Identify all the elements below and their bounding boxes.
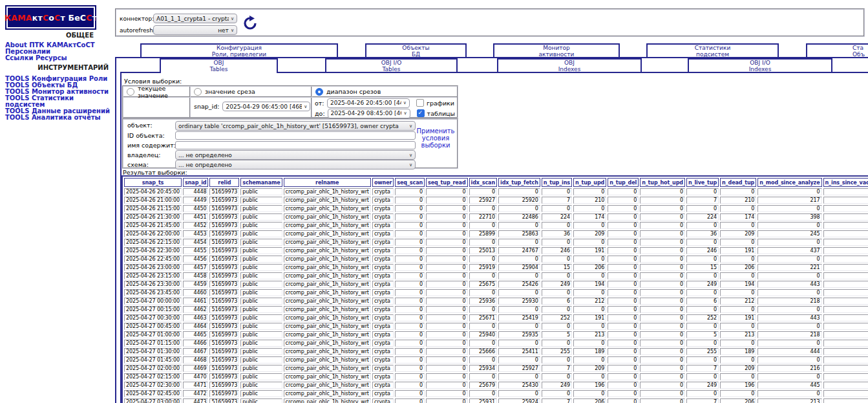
object-select[interactable]: ordinary table 'crcomp_pair_ohlc_1h_hist… xyxy=(175,121,416,131)
connector-label: коннектор: xyxy=(120,16,154,22)
autorefresh-label: autorefresh: xyxy=(120,27,155,34)
cell-n_tup_del: 0 xyxy=(608,373,639,380)
cell-n_ins_since_vacuum: 252 xyxy=(823,314,868,321)
cell-idx_tup_fetch: 22486 xyxy=(498,213,540,221)
cell-n_tup_hot_upd: 0 xyxy=(640,306,685,313)
tab-obj-io-tables[interactable]: OBJ I/O Tables xyxy=(325,58,458,73)
apply-conditions-link[interactable]: Применить условия выборки xyxy=(416,127,456,149)
tab-subsystem-statistics[interactable]: Статистики подсистем xyxy=(646,43,779,58)
radio-slice-range[interactable] xyxy=(315,88,323,96)
cell-snap_id: 4457 xyxy=(183,264,208,271)
cell-n_live_tup: 0 xyxy=(686,256,719,263)
cell-n_tup_upd: 213 xyxy=(573,331,606,338)
cell-n_tup_upd: 174 xyxy=(573,213,606,221)
cell-n_mod_since_analyze: 0 xyxy=(757,239,821,246)
cell-relname: crcomp_pair_ohlc_1h_history_wrt xyxy=(284,314,371,321)
cell-seq_tup_read: 0 xyxy=(426,230,467,237)
tab-objects-db[interactable]: Объекты БД xyxy=(365,43,467,58)
schema-select[interactable]: ... не определено ∨ xyxy=(175,160,416,169)
sidebar-item-tools-subsystem-stats[interactable]: TOOLS Статистики подсистем xyxy=(5,95,114,108)
name-contains-input[interactable] xyxy=(175,141,416,149)
cell-idx_scan: 25919 xyxy=(469,264,497,271)
table-row: 2025-04-26 21:45:00445251659973publiccrc… xyxy=(124,222,868,229)
object-id-input[interactable] xyxy=(175,131,416,140)
cell-snap_ts: 2025-04-26 22:30:00 xyxy=(124,247,182,254)
column-header-owner: owner xyxy=(372,178,394,187)
cell-idx_scan: 25936 xyxy=(469,298,497,305)
column-header-n_tup_del: n_tup_del xyxy=(608,178,639,187)
table-row: 2025-04-27 01:00:00446551659973publiccrc… xyxy=(124,331,868,338)
cell-n_tup_upd: 209 xyxy=(573,365,606,372)
column-header-n_ins_since_vacuum: n_ins_since_vacuum xyxy=(823,178,868,187)
cell-n_tup_del: 0 xyxy=(608,222,639,229)
snap-id-select[interactable]: 2025-04-29 06:45:00 [4680] ∨ xyxy=(222,102,310,111)
radio-slice-value-label: значение среза xyxy=(205,88,255,95)
cell-seq_scan: 0 xyxy=(395,188,425,195)
tab-obj-indexes[interactable]: OBJ Indexes xyxy=(497,58,642,73)
cell-snap_id: 4451 xyxy=(183,213,208,221)
tables-checkbox[interactable] xyxy=(417,109,425,117)
cell-relid: 51659973 xyxy=(209,197,239,204)
sidebar-item-links-resources[interactable]: Ссылки Ресурсы xyxy=(5,55,95,61)
object-filter-form: объект: ordinary table 'crcomp_pair_ohlc… xyxy=(122,118,458,169)
cell-seq_scan: 0 xyxy=(395,289,425,296)
cell-idx_scan: 0 xyxy=(469,373,497,380)
cell-owner: crypta xyxy=(372,314,394,321)
column-header-relname: relname xyxy=(284,178,371,187)
cell-snap_ts: 2025-04-26 21:30:00 xyxy=(124,213,182,221)
cell-n_tup_del: 0 xyxy=(608,348,639,355)
cell-n_dead_tup: 0 xyxy=(720,340,756,347)
cell-n_ins_since_vacuum: 36 xyxy=(823,230,868,237)
connector-select[interactable]: A01_1_1_crypta1 - crypta_1_1 ∨ xyxy=(153,14,237,23)
sidebar-item-tools-analytics-reports[interactable]: TOOLS Аналитика отчёты xyxy=(5,114,114,121)
range-from-select[interactable]: 2025-04-26 20:45:00 [4448] ∨ xyxy=(327,98,410,108)
owner-select[interactable]: ... не определено ∨ xyxy=(175,150,416,160)
schema-select-value: ... не определено xyxy=(178,162,407,168)
range-to-select[interactable]: 2025-04-29 08:45:00 [4688] ∨ xyxy=(328,109,410,118)
cell-snap_id: 4462 xyxy=(183,306,208,313)
schema-label: схема: xyxy=(127,161,149,168)
cell-schemaname: public xyxy=(240,272,282,279)
cell-idx_scan: 0 xyxy=(469,188,497,195)
cell-seq_scan: 0 xyxy=(395,230,425,237)
cell-owner: crypta xyxy=(372,382,394,389)
tab-configuration-roles[interactable]: Конфигурация Роли, привелегии xyxy=(140,43,338,58)
cell-n_tup_upd: 0 xyxy=(573,390,606,397)
cell-idx_scan: 0 xyxy=(469,356,497,364)
cell-relname: crcomp_pair_ohlc_1h_history_wrt xyxy=(284,256,371,263)
cell-relname: crcomp_pair_ohlc_1h_history_wrt xyxy=(284,281,371,288)
cell-idx_tup_fetch: 25935 xyxy=(498,331,540,338)
cell-owner: crypta xyxy=(372,188,394,195)
cell-n_ins_since_vacuum: 255 xyxy=(823,348,868,355)
column-header-seq_tup_read: seq_tup_read xyxy=(426,178,467,187)
cell-n_live_tup: 0 xyxy=(686,188,719,195)
cell-relid: 51659973 xyxy=(209,356,239,364)
cell-snap_id: 4453 xyxy=(183,230,208,237)
cell-snap_id: 4463 xyxy=(183,314,208,321)
refresh-icon[interactable] xyxy=(242,15,259,32)
graphs-checkbox[interactable] xyxy=(416,99,424,107)
cell-seq_scan: 0 xyxy=(395,398,425,403)
cell-snap_ts: 2025-04-27 01:30:00 xyxy=(124,348,182,355)
cell-seq_tup_read: 0 xyxy=(426,213,467,221)
tab-obj-io-indexes[interactable]: OBJ I/O Indexes xyxy=(688,58,832,73)
cell-seq_tup_read: 0 xyxy=(426,398,467,403)
radio-slice-value[interactable] xyxy=(194,88,202,96)
radio-current-value[interactable] xyxy=(127,88,134,96)
cell-seq_scan: 0 xyxy=(395,373,425,380)
cell-relid: 51659973 xyxy=(209,340,239,347)
cell-n_tup_upd: 0 xyxy=(573,222,606,229)
cell-n_ins_since_vacuum: 0 xyxy=(823,306,868,313)
cell-schemaname: public xyxy=(240,239,282,246)
autorefresh-select[interactable]: нет ∨ xyxy=(153,25,237,35)
tab-obj-tables[interactable]: OBJ Tables xyxy=(160,58,278,73)
tab-activity-monitor[interactable]: Монитор активности xyxy=(493,43,620,58)
tab-statistics-objects-cut[interactable]: Ста Объ xyxy=(806,43,868,58)
cell-idx_tup_fetch: 25924 xyxy=(498,398,540,403)
cell-snap_id: 4448 xyxy=(183,188,208,195)
cell-n_ins_since_vacuum: 0 xyxy=(823,340,868,347)
cell-relname: crcomp_pair_ohlc_1h_history_wrt xyxy=(284,298,371,305)
cell-seq_scan: 0 xyxy=(395,314,425,321)
cell-n_tup_ins: 0 xyxy=(542,289,572,296)
cell-n_mod_since_analyze: 445 xyxy=(757,382,821,389)
